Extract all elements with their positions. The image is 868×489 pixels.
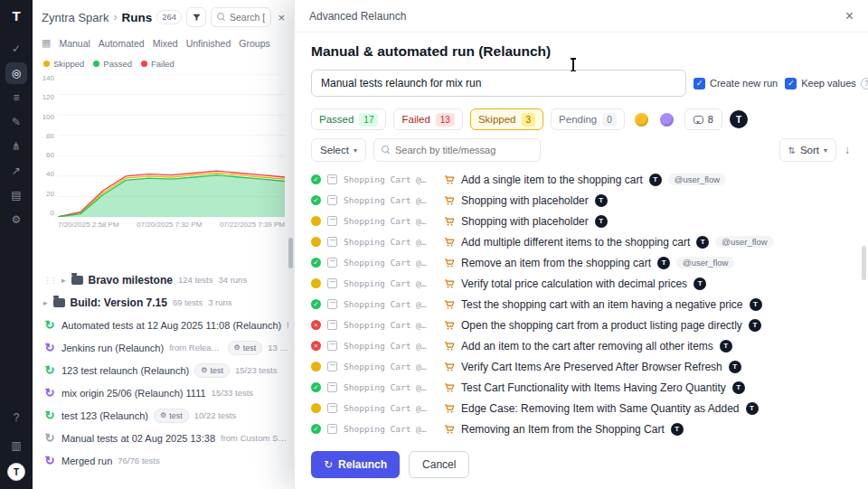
app-logo[interactable]: T xyxy=(12,8,20,24)
panel-scrollbar[interactable] xyxy=(288,238,293,268)
create-new-run-label: Create new run xyxy=(710,78,778,89)
test-row[interactable]: Shopping Cart @…Shopping with placeholde… xyxy=(311,211,852,231)
suite-icon xyxy=(327,195,337,205)
run-row[interactable]: ↻Jenkins run (Relaunch)from Release Run … xyxy=(33,336,294,359)
checkbox-checked-icon[interactable]: ✓ xyxy=(785,78,797,89)
shopping-cart-emoji-icon xyxy=(444,278,455,289)
chip-passed[interactable]: Passed17 xyxy=(311,108,386,130)
run-row[interactable]: ↻test 123 (Relaunch)⚙test10/22 tests xyxy=(33,404,294,427)
milestone-row[interactable]: ⋮⋮▸Bravo milestone124 tests34 runs xyxy=(33,268,294,291)
tab-groups[interactable]: Groups xyxy=(239,38,269,49)
chip-label: Passed xyxy=(319,114,354,125)
legend-dot-icon xyxy=(43,61,50,67)
suite-icon xyxy=(327,382,337,392)
milestone-row[interactable]: ▸Build: Version 7.1569 tests3 runs xyxy=(33,291,294,314)
run-row[interactable]: ↻Manual tests at 02 Aug 2025 13:38from C… xyxy=(33,427,294,449)
owner-avatar[interactable]: T xyxy=(730,110,748,128)
assignee-avatar: T xyxy=(746,402,759,415)
test-badge: ⚙test xyxy=(228,341,263,355)
comments-filter-chip[interactable]: 8 xyxy=(684,108,722,130)
tab-unfinished[interactable]: Unfinished xyxy=(186,38,231,49)
y-tick-label: 140 xyxy=(38,74,54,82)
emoji-yellow-icon xyxy=(635,113,648,127)
rail-item-analytics-icon[interactable]: ⋔ xyxy=(5,136,27,157)
run-row[interactable]: ↻Merged run76/76 tests xyxy=(33,449,294,472)
test-search-input[interactable] xyxy=(395,145,533,155)
filter-button[interactable] xyxy=(186,7,206,27)
folder-icon xyxy=(71,276,83,285)
test-row[interactable]: ✓Shopping Cart @…Remove an item from the… xyxy=(311,252,852,273)
run-meta: 15/33 tests xyxy=(212,388,253,398)
test-row[interactable]: ✓Shopping Cart @…Removing an Item from t… xyxy=(311,418,852,439)
relaunch-label: Relaunch xyxy=(338,458,387,471)
status-passed-icon: ✓ xyxy=(311,258,321,268)
rail-item-tests-icon[interactable]: ✓ xyxy=(5,38,27,60)
emoji-yellow-filter[interactable] xyxy=(632,109,652,129)
chip-skipped[interactable]: Skipped3 xyxy=(470,108,543,130)
funnel-icon xyxy=(192,13,202,23)
test-row[interactable]: ✓Shopping Cart @…Test the shopping cart … xyxy=(311,294,852,315)
clear-search-icon[interactable]: × xyxy=(276,11,287,24)
status-skipped-icon xyxy=(311,216,321,226)
tab-manual[interactable]: Manual xyxy=(59,38,90,49)
rail-item-plans-icon[interactable]: ≡ xyxy=(5,87,27,108)
test-row[interactable]: ×Shopping Cart @…Add an item to the cart… xyxy=(311,335,852,356)
test-row[interactable]: ✓Shopping Cart @…Shopping with placehold… xyxy=(311,190,852,211)
suite-icon xyxy=(327,403,337,413)
breadcrumb-section[interactable]: Runs xyxy=(121,11,152,24)
run-name-input[interactable] xyxy=(311,70,686,97)
shopping-cart-emoji-icon xyxy=(444,195,455,206)
drag-handle-icon[interactable]: ⋮⋮ xyxy=(43,276,56,285)
test-row[interactable]: ✓Shopping Cart @…Test Cart Functionality… xyxy=(311,377,852,398)
close-icon[interactable]: × xyxy=(845,9,854,24)
test-row[interactable]: Shopping Cart @…Verify Cart Items Are Pr… xyxy=(311,356,852,377)
test-row[interactable]: Shopping Cart @…Verify total price calcu… xyxy=(311,273,852,294)
rail-item-settings-icon[interactable]: ⚙ xyxy=(5,209,27,230)
test-row[interactable]: ✓Shopping Cart @…Add a single item to th… xyxy=(311,169,852,190)
tab-mixed[interactable]: Mixed xyxy=(153,38,178,49)
relaunch-status-icon: ↻ xyxy=(43,318,56,332)
runs-search-input[interactable] xyxy=(230,12,265,23)
chip-pending[interactable]: Pending0 xyxy=(551,108,625,130)
rail-item-pulse-icon[interactable]: ↗ xyxy=(5,160,27,182)
rail-help-icon[interactable]: ? xyxy=(5,407,27,428)
sort-direction-icon[interactable]: ↓ xyxy=(843,144,852,156)
chevron-right-icon[interactable]: ▸ xyxy=(43,298,48,307)
test-row[interactable]: Shopping Cart @…Add multiple different i… xyxy=(311,231,852,252)
rail-item-reports-icon[interactable]: ▤ xyxy=(5,184,27,206)
relaunch-button[interactable]: ↻ Relaunch xyxy=(311,451,400,478)
x-tick-label: 7/20/2025 2:58 PM xyxy=(58,221,119,229)
rail-avatar[interactable]: T xyxy=(7,463,25,481)
chip-label: Skipped xyxy=(478,114,516,125)
rail-item-edit-icon[interactable]: ✎ xyxy=(5,111,27,133)
run-row[interactable]: ↻mix origin 25/06 (Relaunch) 111115/33 t… xyxy=(33,381,294,404)
chip-failed[interactable]: Failed13 xyxy=(393,108,462,130)
breadcrumb-project[interactable]: Zyntra Spark xyxy=(42,11,108,24)
cancel-button[interactable]: Cancel xyxy=(409,451,469,478)
run-list: ⋮⋮▸Bravo milestone124 tests34 runs▸Build… xyxy=(33,265,294,472)
run-row[interactable]: ↻123 test relaunch (Relaunch)⚙test15/23 … xyxy=(33,359,294,381)
rail-docs-icon[interactable]: ▥ xyxy=(5,435,27,456)
test-context: Shopping Cart @… xyxy=(344,403,438,413)
help-icon[interactable]: ? xyxy=(861,78,868,89)
emoji-purple-filter[interactable] xyxy=(657,109,677,129)
rail-item-runs-icon[interactable]: ◎ xyxy=(5,62,27,84)
modal-scrollbar[interactable] xyxy=(862,246,866,280)
sort-dropdown[interactable]: ⇅ Sort ▾ xyxy=(779,138,837,162)
create-new-run-checkbox[interactable]: ✓ Create new run xyxy=(693,78,778,89)
runs-search[interactable] xyxy=(211,7,271,27)
select-dropdown[interactable]: Select ▾ xyxy=(311,138,366,162)
y-tick-label: 60 xyxy=(38,151,54,159)
checkbox-checked-icon[interactable]: ✓ xyxy=(693,78,705,89)
grid-icon[interactable]: ▦ xyxy=(42,37,51,49)
run-row[interactable]: ↻Automated tests at 12 Aug 2025 11:08 (R… xyxy=(33,314,294,336)
test-row[interactable]: Shopping Cart @…Edge Case: Removing Item… xyxy=(311,398,852,418)
test-row[interactable]: ×Shopping Cart @…Open the shopping cart … xyxy=(311,315,852,335)
tab-automated[interactable]: Automated xyxy=(99,38,145,49)
relaunch-status-icon: ↻ xyxy=(43,409,56,422)
shopping-cart-emoji-icon xyxy=(444,216,455,227)
test-search[interactable] xyxy=(373,138,541,162)
keep-values-checkbox[interactable]: ✓ Keep values ? xyxy=(785,78,868,89)
chevron-right-icon[interactable]: ▸ xyxy=(61,276,66,285)
run-title: mix origin 25/06 (Relaunch) 1111 xyxy=(61,388,206,399)
